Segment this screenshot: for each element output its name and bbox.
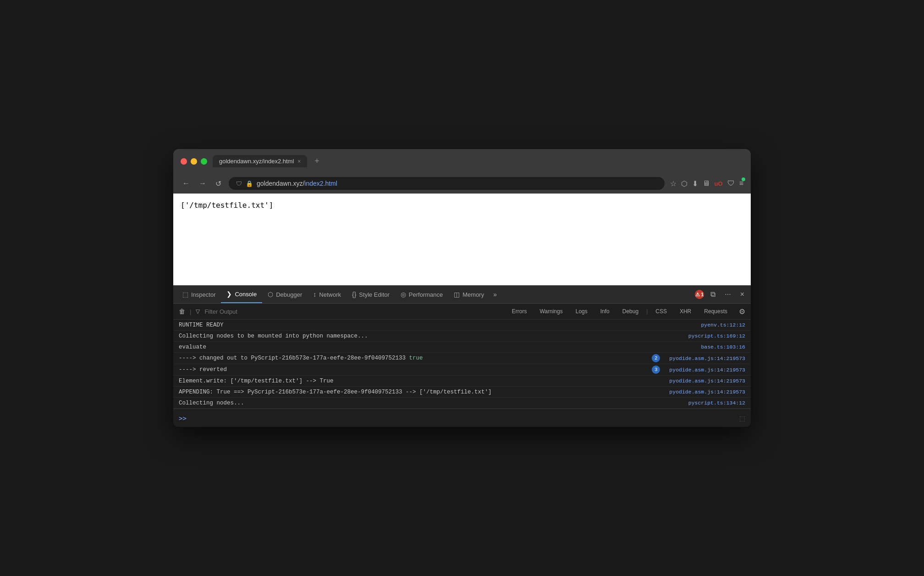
console-message: ----> changed out to PyScript-216b573e-1… — [179, 355, 652, 361]
tab-network[interactable]: ↕ Network — [308, 286, 346, 303]
memory-icon: ◫ — [454, 291, 460, 298]
tab-network-label: Network — [319, 291, 341, 298]
browser-window: goldendawn.xyz/index2.html × + ← → ↺ 🛡 🔒… — [173, 149, 751, 427]
errors-filter-button[interactable]: Errors — [507, 306, 532, 316]
console-message: Element.write: ['/tmp/testfile.txt'] -->… — [179, 378, 664, 384]
more-options-button[interactable]: ··· — [722, 288, 733, 300]
xhr-filter-button[interactable]: XHR — [675, 306, 696, 316]
console-settings-button[interactable]: ⚙ — [739, 307, 745, 316]
new-tab-button[interactable]: + — [311, 155, 323, 168]
console-row-runtime-ready: RUNTIME READY pyenv.ts:12:12 — [173, 320, 751, 331]
menu-button[interactable]: ≡ — [739, 179, 743, 188]
filter-divider: | — [646, 308, 648, 315]
close-window-button[interactable] — [181, 158, 187, 165]
console-icon: ❯ — [226, 290, 232, 298]
address-bar[interactable]: 🛡 🔒 goldendawn.xyz/index2.html — [229, 177, 665, 190]
console-row-appending: APPENDING: True ==> PyScript-216b573e-17… — [173, 387, 751, 398]
tab-style-editor[interactable]: {} Style Editor — [346, 286, 395, 303]
console-prompt: >> — [179, 415, 187, 422]
clear-console-button[interactable]: 🗑 — [179, 308, 185, 315]
console-input-row: >> ⬚ — [173, 409, 751, 427]
console-output: RUNTIME READY pyenv.ts:12:12 Collecting … — [173, 320, 751, 409]
requests-filter-button[interactable]: Requests — [699, 306, 732, 316]
filter-icon: ▽ — [196, 308, 200, 315]
forward-button[interactable]: → — [197, 177, 208, 189]
more-tabs-button[interactable]: » — [490, 289, 500, 300]
pocket-button[interactable]: ⬡ — [681, 179, 688, 188]
console-source[interactable]: pyodide.asm.js:14:219573 — [669, 355, 745, 361]
active-tab[interactable]: goldendawn.xyz/index2.html × — [213, 155, 307, 167]
filter-output-input[interactable] — [204, 308, 281, 315]
console-message: RUNTIME READY — [179, 322, 695, 328]
console-message: APPENDING: True ==> PyScript-216b573e-17… — [179, 389, 664, 395]
security-icon: 🔒 — [246, 180, 253, 187]
count-badge-2: 2 — [652, 354, 660, 362]
filter-separator: | — [190, 308, 191, 315]
devtools-tabs: ⬚ Inspector ❯ Console ⬡ Debugger ↕ Netwo… — [173, 286, 751, 304]
warnings-filter-button[interactable]: Warnings — [534, 306, 567, 316]
bookmark-button[interactable]: ☆ — [670, 179, 676, 188]
tab-bar: goldendawn.xyz/index2.html × + — [213, 155, 743, 168]
console-input[interactable] — [190, 415, 736, 421]
error-count: 1 — [701, 292, 704, 297]
console-row-evaluate: evaluate base.ts:103:16 — [173, 342, 751, 353]
tab-close-button[interactable]: × — [297, 158, 301, 165]
console-message: ----> reverted — [179, 366, 652, 373]
minimize-window-button[interactable] — [191, 158, 197, 165]
monitor-button[interactable]: 🖥 — [703, 179, 710, 188]
download-button[interactable]: ⬇ — [692, 179, 698, 188]
console-row-changed-out: ----> changed out to PyScript-216b573e-1… — [173, 353, 751, 364]
tab-memory[interactable]: ◫ Memory — [448, 286, 490, 303]
console-source[interactable]: pyodide.asm.js:14:219573 — [669, 378, 745, 384]
performance-icon: ◎ — [401, 291, 406, 298]
reload-button[interactable]: ↺ — [214, 177, 223, 190]
tab-performance[interactable]: ◎ Performance — [395, 286, 448, 303]
console-source[interactable]: pyscript.ts:169:12 — [688, 333, 745, 339]
style-editor-icon: {} — [352, 291, 356, 298]
nav-actions: ☆ ⬡ ⬇ 🖥 uO 🛡 ≡ — [670, 179, 743, 188]
console-row-collecting-nodes: Collecting nodes to be mounted into pyth… — [173, 331, 751, 342]
info-filter-button[interactable]: Info — [595, 306, 615, 316]
css-filter-button[interactable]: CSS — [650, 306, 672, 316]
tab-console-label: Console — [235, 291, 257, 298]
tab-title: goldendawn.xyz/index2.html — [219, 158, 294, 165]
url-path: index2.html — [304, 180, 337, 187]
keyword-true: true — [409, 355, 423, 361]
console-source[interactable]: pyodide.asm.js:14:219573 — [669, 389, 745, 395]
back-button[interactable]: ← — [181, 177, 192, 189]
responsive-design-button[interactable]: ⧉ — [708, 288, 718, 300]
console-source[interactable]: base.ts:103:16 — [701, 344, 745, 350]
console-message: evaluate — [179, 344, 695, 350]
logs-filter-button[interactable]: Logs — [571, 306, 593, 316]
console-source[interactable]: pyodide.asm.js:14:219573 — [669, 367, 745, 373]
inspector-icon: ⬚ — [182, 291, 188, 298]
console-source[interactable]: pyenv.ts:12:12 — [701, 322, 745, 328]
console-toolbar-right: Errors Warnings Logs Info Debug | CSS XH… — [507, 306, 745, 316]
console-row-reverted: ----> reverted 3 pyodide.asm.js:14:21957… — [173, 364, 751, 376]
maximize-window-button[interactable] — [201, 158, 207, 165]
console-row-collecting-nodes-2: Collecting nodes... pyscript.ts:134:12 — [173, 398, 751, 409]
tab-inspector[interactable]: ⬚ Inspector — [177, 286, 221, 303]
nav-bar: ← → ↺ 🛡 🔒 goldendawn.xyz/index2.html ☆ ⬡… — [173, 173, 751, 194]
error-count-badge: ⚠ 1 — [695, 290, 704, 299]
tab-debugger[interactable]: ⬡ Debugger — [262, 286, 308, 303]
console-toolbar: 🗑 | ▽ Errors Warnings Logs Info Debug | … — [173, 304, 751, 320]
title-bar: goldendawn.xyz/index2.html × + — [173, 149, 751, 173]
page-text: ['/tmp/testfile.txt'] — [181, 201, 273, 210]
extension-button[interactable]: 🛡 — [727, 179, 735, 188]
devtools-tabs-right: ⚠ 1 ⧉ ··· × — [695, 288, 747, 300]
error-icon: ⚠ — [695, 292, 700, 298]
console-toolbar-left: 🗑 | ▽ — [179, 308, 281, 315]
shield-icon: 🛡 — [236, 180, 242, 187]
debug-filter-button[interactable]: Debug — [617, 306, 644, 316]
extension-ublock-button[interactable]: uO — [715, 180, 723, 187]
page-content: ['/tmp/testfile.txt'] — [173, 194, 751, 285]
console-source[interactable]: pyscript.ts:134:12 — [688, 400, 745, 406]
console-message: Collecting nodes to be mounted into pyth… — [179, 333, 683, 339]
close-devtools-button[interactable]: × — [737, 288, 747, 300]
console-message: Collecting nodes... — [179, 400, 683, 406]
tab-inspector-label: Inspector — [191, 291, 215, 298]
traffic-lights — [181, 158, 207, 165]
tab-style-editor-label: Style Editor — [359, 291, 389, 298]
tab-console[interactable]: ❯ Console — [221, 286, 262, 303]
